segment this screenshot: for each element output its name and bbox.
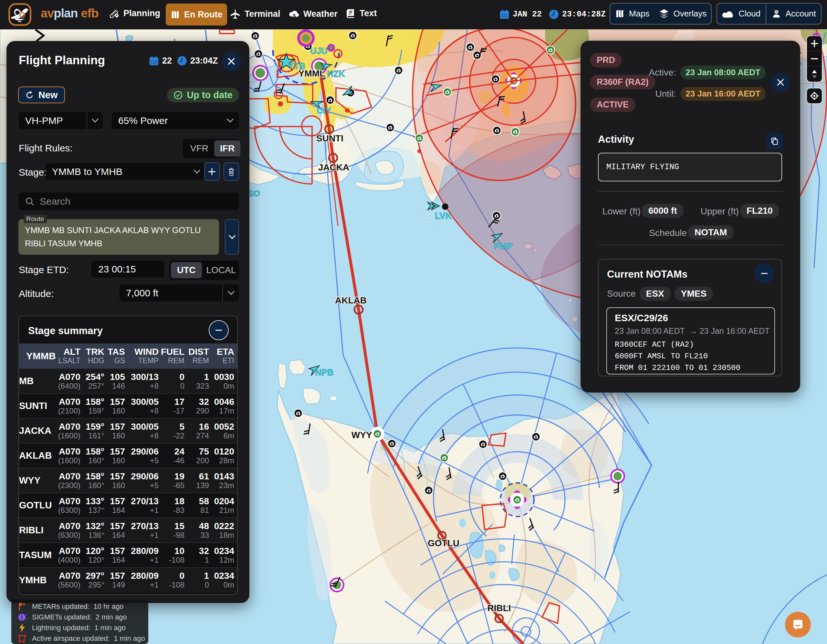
svg-text:NPB: NPB [315, 368, 333, 377]
svg-text:UJU: UJU [310, 46, 328, 56]
svg-text:WYY: WYY [351, 430, 372, 440]
svg-text:LVK: LVK [435, 211, 452, 221]
svg-text:RIBLI: RIBLI [487, 603, 511, 613]
svg-text:HZK: HZK [327, 69, 345, 79]
svg-text:YMML: YMML [298, 68, 325, 78]
svg-text:GOTLU: GOTLU [428, 538, 459, 548]
svg-text:SO: SO [248, 188, 260, 198]
svg-text:JACKA: JACKA [318, 162, 349, 173]
svg-text:PMP: PMP [494, 241, 513, 251]
svg-text:AKLAB: AKLAB [335, 296, 367, 305]
svg-text:SUNTI: SUNTI [316, 133, 343, 143]
svg-text:CIY: CIY [317, 106, 331, 115]
